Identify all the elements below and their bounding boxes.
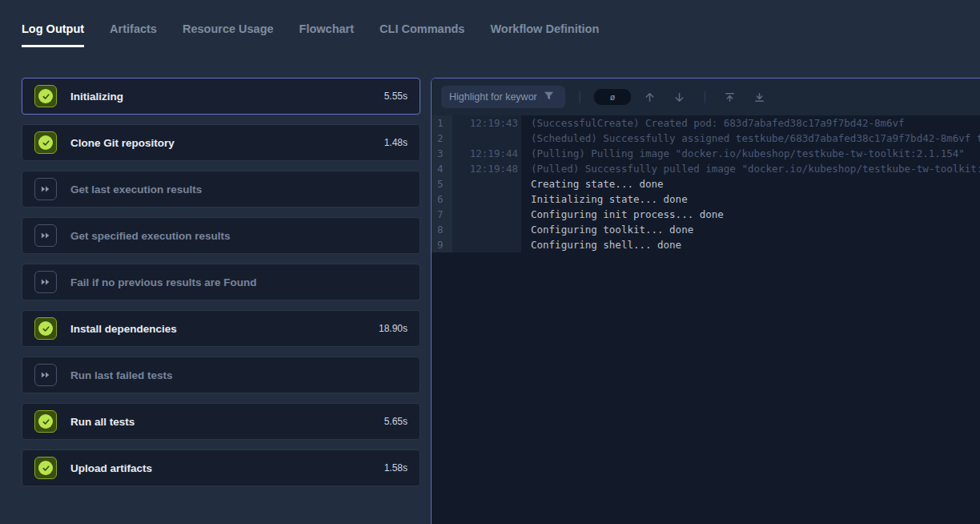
log-line: 9 Configuring shell... done: [432, 237, 980, 252]
tab-bar: Log OutputArtifactsResource UsageFlowcha…: [22, 22, 599, 47]
log-line-timestamp: [452, 207, 521, 222]
workflow-step-row[interactable]: Upload artifacts 1.58s: [22, 449, 420, 486]
log-line-text: Configuring shell... done: [521, 237, 681, 252]
passed-check-icon: [34, 410, 57, 433]
step-label: Run all tests: [70, 416, 135, 428]
log-line-number: 8: [432, 222, 452, 237]
tab-resource-usage[interactable]: Resource Usage: [183, 22, 274, 45]
step-label: Upload artifacts: [70, 462, 152, 474]
log-line-number: 4: [432, 161, 452, 176]
log-lines: 1 12:19:43 (SuccessfulCreate) Created po…: [432, 115, 980, 252]
step-duration: 5.65s: [384, 416, 408, 427]
scroll-to-top-icon[interactable]: [719, 90, 741, 105]
log-line-timestamp: [452, 222, 521, 237]
workflow-step-row[interactable]: Get specified execution results: [22, 217, 420, 254]
tab-log-output[interactable]: Log Output: [22, 22, 84, 47]
log-line-timestamp: 12:19:48: [452, 161, 521, 176]
workflow-step-row[interactable]: Install dependencies 18.90s: [22, 310, 420, 347]
workflow-step-list: Initializing 5.55s Clone Git repository …: [22, 78, 420, 496]
passed-check-icon: [34, 317, 57, 340]
workflow-step-row[interactable]: Run last failed tests: [22, 357, 420, 393]
log-line-number: 6: [432, 191, 452, 207]
log-line-timestamp: [452, 131, 521, 146]
next-match-arrow-down-icon[interactable]: [669, 90, 690, 105]
workflow-step-row[interactable]: Initializing 5.55s: [22, 78, 420, 115]
log-line-number: 2: [432, 131, 452, 146]
log-line-timestamp: [452, 237, 521, 252]
passed-check-icon: [34, 457, 57, 479]
passed-check-icon: [34, 131, 57, 154]
workflow-step-row[interactable]: Clone Git repository 1.48s: [22, 124, 420, 161]
step-label: Run last failed tests: [70, 369, 173, 381]
workflow-step-row[interactable]: Get last execution results: [22, 171, 420, 208]
log-line: 1 12:19:43 (SuccessfulCreate) Created po…: [432, 115, 980, 131]
toolbar-divider: |: [698, 90, 711, 104]
skipped-fast-forward-icon: [34, 271, 57, 293]
skipped-fast-forward-icon: [34, 178, 57, 200]
scroll-to-bottom-icon[interactable]: [749, 90, 770, 105]
log-line: 5 Creating state... done: [432, 176, 980, 191]
step-label: Get specified execution results: [70, 230, 231, 242]
log-line-text: Creating state... done: [521, 176, 664, 191]
log-line: 8 Configuring toolkit... done: [432, 222, 980, 237]
log-line-text: (SuccessfulCreate) Created pod: 683d7aba…: [521, 115, 905, 131]
log-toolbar: | ø |: [432, 79, 980, 115]
log-line-text: (Pulled) Successfully pulled image "dock…: [521, 161, 980, 176]
step-label: Initializing: [70, 91, 123, 103]
log-line: 7 Configuring init process... done: [432, 207, 980, 222]
log-line-number: 9: [432, 237, 452, 252]
skipped-fast-forward-icon: [34, 364, 57, 386]
tab-cli-commands[interactable]: CLI Commands: [380, 22, 464, 45]
step-label: Fail if no previous results are Found: [70, 276, 257, 288]
log-line: 6 Initializing state... done: [432, 191, 980, 207]
log-line: 2 (Scheduled) Successfully assigned test…: [432, 131, 980, 146]
filter-icon: [544, 90, 554, 104]
log-line-text: (Pulling) Pulling image "docker.io/kubes…: [521, 146, 965, 161]
log-line-number: 1: [432, 115, 452, 131]
log-line-text: Configuring init process... done: [521, 207, 724, 222]
step-duration: 18.90s: [379, 323, 408, 334]
log-line-timestamp: [452, 191, 521, 207]
log-line: 4 12:19:48 (Pulled) Successfully pulled …: [432, 161, 980, 176]
prev-match-arrow-up-icon[interactable]: [639, 90, 661, 105]
log-line-number: 3: [432, 146, 452, 161]
toolbar-divider: |: [573, 90, 586, 104]
step-label: Get last execution results: [70, 183, 202, 195]
step-label: Clone Git repository: [70, 137, 175, 149]
log-line-number: 7: [432, 207, 452, 222]
keyword-search-input[interactable]: [449, 91, 537, 103]
log-line-number: 5: [432, 176, 452, 191]
skipped-fast-forward-icon: [34, 224, 57, 247]
passed-check-icon: [34, 85, 57, 107]
log-line-text: Configuring toolkit... done: [521, 222, 693, 237]
workflow-step-row[interactable]: Fail if no previous results are Found: [22, 264, 420, 300]
workflow-step-row[interactable]: Run all tests 5.65s: [22, 403, 420, 440]
log-line-timestamp: [452, 176, 521, 191]
step-duration: 1.48s: [384, 137, 408, 148]
tab-artifacts[interactable]: Artifacts: [110, 22, 157, 45]
log-line-text: Initializing state... done: [521, 191, 688, 207]
match-count-badge: ø: [594, 89, 631, 105]
log-line-text: (Scheduled) Successfully assigned testku…: [521, 131, 980, 146]
tab-workflow-definition[interactable]: Workflow Definition: [490, 22, 599, 45]
log-line-timestamp: 12:19:43: [452, 115, 521, 131]
tab-flowchart[interactable]: Flowchart: [299, 22, 354, 45]
keyword-search-field[interactable]: [441, 86, 565, 108]
log-line: 3 12:19:44 (Pulling) Pulling image "dock…: [432, 146, 980, 161]
log-output-panel: | ø | 1 12:19:43 (SuccessfulCreate) Crea…: [431, 78, 980, 524]
log-line-timestamp: 12:19:44: [452, 146, 521, 161]
step-duration: 5.55s: [384, 91, 408, 102]
step-label: Install dependencies: [70, 323, 177, 335]
step-duration: 1.58s: [384, 462, 408, 474]
